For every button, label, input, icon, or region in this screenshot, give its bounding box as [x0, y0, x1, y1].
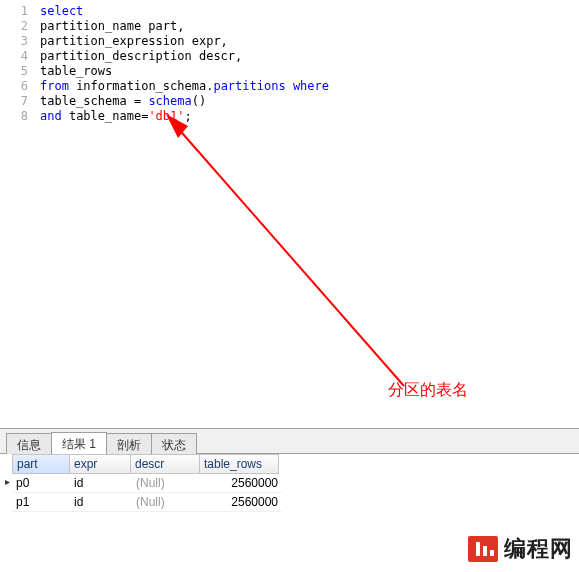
- column-header-part[interactable]: part: [12, 454, 70, 474]
- table-row[interactable]: p1id(Null)2560000: [2, 493, 579, 512]
- code-line[interactable]: table_schema = schema(): [40, 94, 579, 109]
- gutter-line: 3: [0, 34, 28, 49]
- cell-part[interactable]: p1: [12, 493, 70, 512]
- tab-0[interactable]: 信息: [6, 433, 52, 455]
- row-marker: ▸: [2, 474, 12, 493]
- brand-logo-icon: [468, 536, 498, 562]
- results-body: ▸p0id(Null)2560000p1id(Null)2560000: [2, 474, 579, 512]
- gutter-line: 7: [0, 94, 28, 109]
- row-marker: [2, 493, 12, 512]
- cell-expr[interactable]: id: [70, 474, 132, 493]
- code-line[interactable]: and table_name='db1';: [40, 109, 579, 124]
- column-header-expr[interactable]: expr: [69, 454, 131, 474]
- gutter-line: 2: [0, 19, 28, 34]
- code-line[interactable]: partition_name part,: [40, 19, 579, 34]
- brand-text: 编程网: [504, 534, 573, 564]
- column-header-descr[interactable]: descr: [130, 454, 200, 474]
- brand-watermark: 编程网: [468, 534, 573, 564]
- tab-1[interactable]: 结果 1: [51, 432, 107, 455]
- results-header: partexprdescrtable_rows: [2, 454, 579, 474]
- tab-3[interactable]: 状态: [151, 433, 197, 455]
- cell-table_rows[interactable]: 2560000: [202, 474, 282, 493]
- cell-descr[interactable]: (Null): [132, 493, 202, 512]
- sql-editor[interactable]: 12345678 selectpartition_name part,parti…: [0, 0, 579, 428]
- code-line[interactable]: select: [40, 4, 579, 19]
- gutter-line: 5: [0, 64, 28, 79]
- tab-2[interactable]: 剖析: [106, 433, 152, 455]
- gutter-line: 4: [0, 49, 28, 64]
- code-line[interactable]: partition_description descr,: [40, 49, 579, 64]
- gutter-line: 6: [0, 79, 28, 94]
- cell-table_rows[interactable]: 2560000: [202, 493, 282, 512]
- code-line[interactable]: from information_schema.partitions where: [40, 79, 579, 94]
- results-tabs: 信息结果 1剖析状态: [0, 428, 579, 454]
- gutter-line: 1: [0, 4, 28, 19]
- cell-part[interactable]: p0: [12, 474, 70, 493]
- cell-descr[interactable]: (Null): [132, 474, 202, 493]
- code-line[interactable]: partition_expression expr,: [40, 34, 579, 49]
- code-line[interactable]: table_rows: [40, 64, 579, 79]
- editor-gutter: 12345678: [0, 0, 36, 428]
- cell-expr[interactable]: id: [70, 493, 132, 512]
- gutter-line: 8: [0, 109, 28, 124]
- editor-code[interactable]: selectpartition_name part,partition_expr…: [36, 0, 579, 428]
- table-row[interactable]: ▸p0id(Null)2560000: [2, 474, 579, 493]
- column-header-table_rows[interactable]: table_rows: [199, 454, 279, 474]
